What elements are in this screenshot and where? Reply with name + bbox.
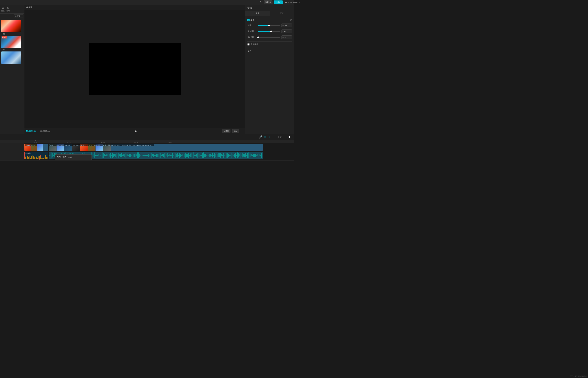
tab-basic[interactable]: 基本: [245, 11, 270, 16]
tab-adjust[interactable]: ⚙ 调节: [6, 6, 10, 12]
media-thumb-1: [1, 20, 21, 32]
noise-label: 音频降噪: [251, 43, 258, 46]
tab-speed[interactable]: 变速: [270, 11, 294, 16]
volume-slider[interactable]: [258, 25, 280, 26]
fadein-down-arrow[interactable]: ▼: [290, 31, 291, 33]
mirror-icon: ⊕: [2, 6, 4, 10]
link-icon-btn[interactable]: [268, 135, 271, 138]
video-clip-small-label: 1.jpg 00:00:05:00: [25, 144, 37, 146]
main-area: ⊕ 镜像 ⚙ 调节 ⊞ 富格 ▾ 2.jpg: [0, 5, 294, 134]
waveform-button[interactable]: 示波器: [222, 129, 230, 133]
video-track-content[interactable]: 1.jpg 00:00:05:00: [25, 143, 294, 151]
fadeout-slider[interactable]: [258, 37, 280, 38]
timeline-ruler: 00:05 00:10 00:15 00:20 00:25: [0, 140, 294, 143]
grid-view-button[interactable]: ⊞ 富格 ▾: [14, 14, 23, 18]
media-item-3[interactable]: [1, 52, 23, 64]
chat-popup[interactable]: 佳佳子等2个会话: [55, 154, 92, 160]
dropdown-arrow-icon: ▾: [21, 15, 22, 17]
fadeout-row: 淡出时长 0.0s ▲ ▼: [247, 35, 292, 39]
fadein-spinner[interactable]: ▲ ▼: [290, 30, 291, 33]
right-panel-body: 基础 ↺ 音量 0.0dB ▲ ▼: [245, 16, 294, 134]
align-icon-btn[interactable]: ⊣⊢: [272, 135, 277, 139]
right-panel: 音频 基本 变速 基础 ↺ 音量 0.0dB: [245, 5, 294, 134]
video-clip-large[interactable]: 我京了！Edge浏览器竟还能这样用？！很多人都不知道...... - 1.拼过1…: [49, 144, 263, 151]
time-separator: |: [38, 130, 38, 132]
app-title: 20220129T316: [288, 1, 294, 3]
basic-section-header: 基础 ↺: [247, 18, 292, 21]
svg-line-7: [37, 154, 41, 160]
popup-image: [55, 160, 92, 160]
media-grid: 2.jpg 已添加 5.jpg: [0, 19, 24, 134]
red-arrow-svg: [35, 152, 47, 160]
tab-mirror-label: 镜像: [1, 10, 5, 12]
video-track-label: [0, 143, 25, 151]
player-header: 播放器: [25, 5, 245, 10]
media-item-2[interactable]: 已添加 5.jpg: [1, 36, 23, 50]
left-panel-toolbar: ⊞ 富格 ▾: [0, 14, 24, 19]
fadeout-down-arrow[interactable]: ▼: [290, 37, 291, 39]
red-arrow-indicator: [35, 152, 47, 160]
top-bar: 20220129T316 ? 快捷键 ⬆ 导出 ─ □: [0, 0, 294, 5]
timeline-section: 🎤 ⊣⊢ ⊖: [0, 134, 294, 189]
volume-spinner[interactable]: ▲ ▼: [290, 24, 291, 27]
svg-rect-4: [266, 136, 266, 136]
volume-down-arrow[interactable]: ▼: [290, 26, 291, 27]
fadein-row: 淡入时长 4.7s ▲ ▼: [247, 29, 292, 33]
timeline-tracks: 1.jpg 00:00:05:00: [0, 143, 294, 189]
tab-mirror[interactable]: ⊕ 镜像: [1, 6, 5, 12]
help-icon-btn[interactable]: ?: [259, 1, 262, 4]
timeline-toolbar: 🎤 ⊣⊢ ⊖: [0, 134, 294, 140]
volume-value: 0.0dB ▲ ▼: [281, 24, 292, 27]
basic-section-title: 基础: [247, 19, 254, 21]
tab-adjust-label: 调节: [6, 10, 10, 12]
svg-rect-0: [264, 136, 266, 138]
export-button[interactable]: ⬆ 导出: [274, 0, 283, 4]
fadein-up-arrow[interactable]: ▲: [290, 30, 291, 31]
shortcuts-button[interactable]: 快捷键: [264, 0, 272, 4]
svg-rect-2: [264, 137, 266, 137]
adjust-icon: ⚙: [7, 6, 9, 10]
play-button[interactable]: ▶: [52, 129, 220, 133]
voice-section-title: 变声: [247, 50, 292, 52]
left-panel: ⊕ 镜像 ⚙ 调节 ⊞ 富格 ▾ 2.jpg: [0, 5, 25, 134]
added-badge: 已添加: [2, 36, 7, 39]
media-item-1[interactable]: 2.jpg: [1, 20, 23, 35]
original-button[interactable]: 原始: [232, 129, 239, 133]
fadein-slider[interactable]: [258, 31, 280, 32]
fadeout-value: 0.0s ▲ ▼: [281, 35, 292, 39]
zoom-control: ⊖: [280, 135, 292, 139]
video-track-row: 1.jpg 00:00:05:00: [0, 143, 294, 151]
ruler-tick-4: 00:20: [134, 140, 138, 143]
zoom-minus-button[interactable]: ⊖: [280, 135, 282, 139]
popup-header: 佳佳子等2个会话: [55, 155, 92, 160]
fadein-label: 淡入时长: [247, 30, 257, 33]
player-controls: 00:00:00:00 | 00:08:51:15 ▶ 示波器 原始 ⛶: [25, 128, 245, 134]
thumb-ct-sky: [37, 144, 43, 151]
svg-rect-1: [264, 136, 266, 137]
ruler-tick-3: 00:15: [101, 140, 105, 143]
ruler-tick-2: 00:10: [67, 140, 71, 143]
fadeout-label: 淡出时长: [247, 36, 257, 39]
reset-button[interactable]: ↺: [290, 18, 292, 21]
fadein-value: 4.7s ▲ ▼: [281, 29, 292, 33]
volume-up-arrow[interactable]: ▲: [290, 24, 291, 25]
audio-track-content[interactable]: 彩虹喵喵: [25, 151, 294, 160]
noise-checkbox[interactable]: [247, 43, 250, 45]
audio-track-label: [0, 151, 25, 160]
fullscreen-button[interactable]: ⛶: [241, 130, 243, 132]
player-title: 播放器: [26, 6, 32, 9]
right-panel-tabs: 基本 变速: [245, 11, 294, 16]
fadeout-spinner[interactable]: ▲ ▼: [290, 36, 291, 39]
right-panel-title: 音频: [245, 5, 294, 11]
mic-icon-btn[interactable]: 🎤: [259, 135, 262, 139]
video-clip-small[interactable]: 1.jpg 00:00:05:00: [25, 144, 48, 151]
divider-2: [247, 48, 292, 48]
media-thumb-3: [1, 52, 21, 64]
minimize-icon-btn[interactable]: ─: [284, 1, 288, 4]
film-icon: [264, 135, 267, 138]
film-icon-btn[interactable]: [264, 135, 267, 138]
basic-checkbox[interactable]: [247, 19, 250, 21]
zoom-slider[interactable]: [283, 137, 292, 137]
fadeout-up-arrow[interactable]: ▲: [290, 36, 291, 37]
time-current: 00:00:00:00: [26, 130, 36, 132]
